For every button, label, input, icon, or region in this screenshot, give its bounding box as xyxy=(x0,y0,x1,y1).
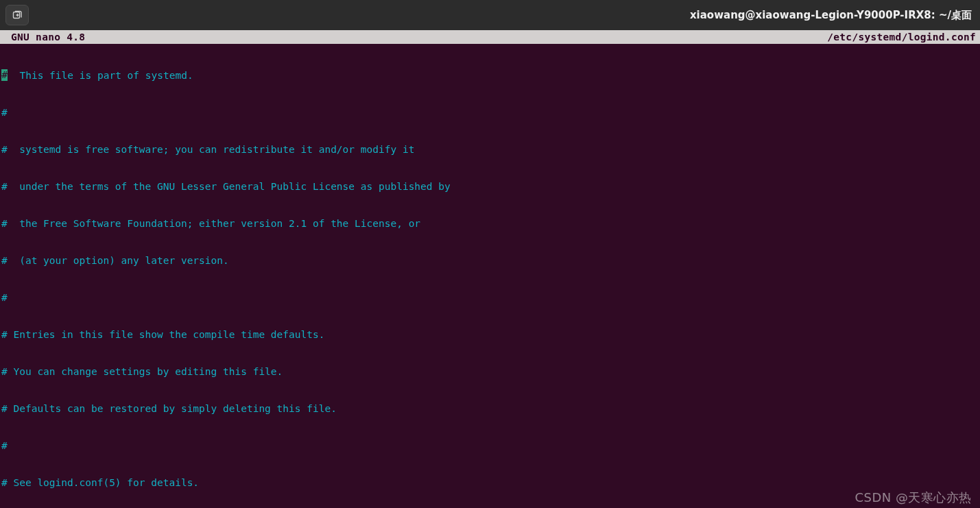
file-line: # the Free Software Foundation; either v… xyxy=(1,217,979,230)
file-line: # This file is part of systemd. xyxy=(1,69,979,82)
nano-filepath: /etc/systemd/logind.conf xyxy=(827,31,979,43)
new-tab-button[interactable] xyxy=(5,5,29,25)
file-line: # Entries in this file show the compile … xyxy=(1,328,979,341)
editor-area[interactable]: # This file is part of systemd. # # syst… xyxy=(0,44,980,508)
new-tab-icon xyxy=(12,10,23,21)
file-line: # (at your option) any later version. xyxy=(1,254,979,267)
file-line: # xyxy=(1,439,979,452)
titlebar-left xyxy=(5,5,29,25)
nano-statusbar: GNU nano 4.8 /etc/systemd/logind.conf xyxy=(0,30,980,44)
file-line: # You can change settings by editing thi… xyxy=(1,365,979,378)
file-line: # Defaults can be restored by simply del… xyxy=(1,402,979,415)
nano-app-name: GNU nano 4.8 xyxy=(1,31,85,43)
file-line: # systemd is free software; you can redi… xyxy=(1,143,979,156)
cursor: # xyxy=(1,69,8,81)
window-titlebar: xiaowang@xiaowang-Legion-Y9000P-IRX8: ~/… xyxy=(0,0,980,30)
window-title: xiaowang@xiaowang-Legion-Y9000P-IRX8: ~/… xyxy=(690,0,972,30)
file-line: # See logind.conf(5) for details. xyxy=(1,476,979,489)
file-line: # xyxy=(1,291,979,304)
file-line: # under the terms of the GNU Lesser Gene… xyxy=(1,180,979,193)
file-line: # xyxy=(1,106,979,119)
